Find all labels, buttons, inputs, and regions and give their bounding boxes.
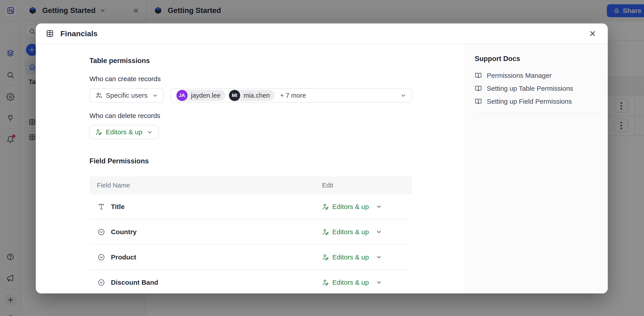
delete-permission-value: Editors & up (106, 128, 142, 136)
avatar: MI (229, 90, 240, 101)
field-name: Product (111, 254, 136, 261)
modal-body: Table permissions Who can create records… (36, 44, 608, 294)
doc-link-field-permissions[interactable]: Setting up Field Permissions (475, 97, 599, 106)
permissions-panel: Table permissions Who can create records… (36, 44, 465, 294)
delete-records-label: Who can delete records (90, 112, 412, 120)
users-icon (95, 92, 102, 99)
field-edit-permission-dropdown[interactable]: Editors & up (322, 254, 382, 261)
field-row-title: Title Editors & up (90, 194, 412, 220)
table-permissions-heading: Table permissions (90, 57, 412, 65)
field-row-product: Product Editors & up (90, 245, 412, 270)
avatar: JA (176, 90, 188, 101)
field-permissions-table: Field Name Edit Title Editors & up (90, 176, 412, 294)
title-field-icon (98, 203, 105, 211)
chevron-down-icon (376, 229, 382, 235)
doc-link-label: Setting up Table Permissions (487, 85, 573, 92)
edit-column-header: Edit (322, 182, 333, 189)
single-select-field-icon (98, 254, 105, 261)
chevron-down-icon (376, 279, 382, 285)
field-edit-permission-dropdown[interactable]: Editors & up (322, 279, 382, 286)
field-row-country: Country Editors & up (90, 220, 412, 245)
book-open-icon (475, 85, 482, 92)
chevron-down-icon (376, 254, 382, 260)
user-edit-icon (322, 279, 329, 286)
support-docs-heading: Support Docs (475, 55, 599, 63)
delete-permission-selector[interactable]: Editors & up (90, 125, 158, 139)
field-edit-permission-value: Editors & up (332, 228, 369, 236)
book-open-icon (475, 98, 482, 105)
modal-title: Financials (60, 29, 98, 38)
field-table-header: Field Name Edit (90, 176, 412, 194)
doc-link-label: Setting up Field Permissions (487, 98, 572, 105)
user-edit-icon (322, 254, 329, 261)
close-button[interactable] (587, 28, 598, 39)
field-edit-permission-value: Editors & up (332, 279, 369, 286)
field-edit-permission-value: Editors & up (332, 254, 369, 261)
specific-users-select[interactable]: JA jayden.lee MI mia.chen + 7 more (170, 88, 412, 103)
user-chip[interactable]: MI mia.chen (229, 90, 275, 101)
field-name: Discount Band (111, 279, 158, 286)
user-edit-icon (95, 128, 102, 136)
modal-header: Financials (36, 23, 608, 44)
user-name: jayden.lee (191, 92, 220, 99)
docs-divider (475, 113, 599, 113)
chevron-down-icon (376, 204, 382, 210)
chevron-down-icon (147, 129, 153, 135)
create-permission-value: Specific users (106, 92, 148, 99)
single-select-field-icon (98, 228, 105, 236)
user-edit-icon (322, 203, 329, 210)
field-row-discount-band: Discount Band Editors & up (90, 270, 412, 294)
table-permissions-modal: Financials Table permissions Who can cre… (36, 23, 608, 294)
user-edit-icon (322, 228, 329, 236)
create-records-label: Who can create records (90, 75, 412, 83)
support-docs-panel: Support Docs Permissions Manager Setting… (465, 44, 608, 294)
doc-link-table-permissions[interactable]: Setting up Table Permissions (475, 84, 599, 93)
single-select-field-icon (98, 279, 105, 286)
user-chip[interactable]: JA jayden.lee (176, 90, 226, 101)
field-edit-permission-value: Editors & up (332, 203, 369, 211)
book-open-icon (475, 72, 482, 79)
chevron-down-icon (400, 92, 406, 99)
doc-link-permissions-manager[interactable]: Permissions Manager (475, 71, 599, 80)
close-icon (588, 29, 596, 37)
create-permission-selector[interactable]: Specific users (90, 88, 164, 103)
field-name: Title (111, 203, 124, 211)
field-edit-permission-dropdown[interactable]: Editors & up (322, 203, 382, 211)
more-users-label: + 7 more (280, 92, 306, 99)
chevron-down-icon (152, 92, 158, 99)
field-name-column-header: Field Name (90, 182, 130, 189)
table-icon (46, 29, 54, 38)
user-name: mia.chen (244, 92, 270, 99)
doc-link-label: Permissions Manager (487, 72, 552, 79)
field-edit-permission-dropdown[interactable]: Editors & up (322, 228, 382, 236)
field-name: Country (111, 228, 137, 236)
field-permissions-heading: Field Permissions (90, 157, 412, 165)
